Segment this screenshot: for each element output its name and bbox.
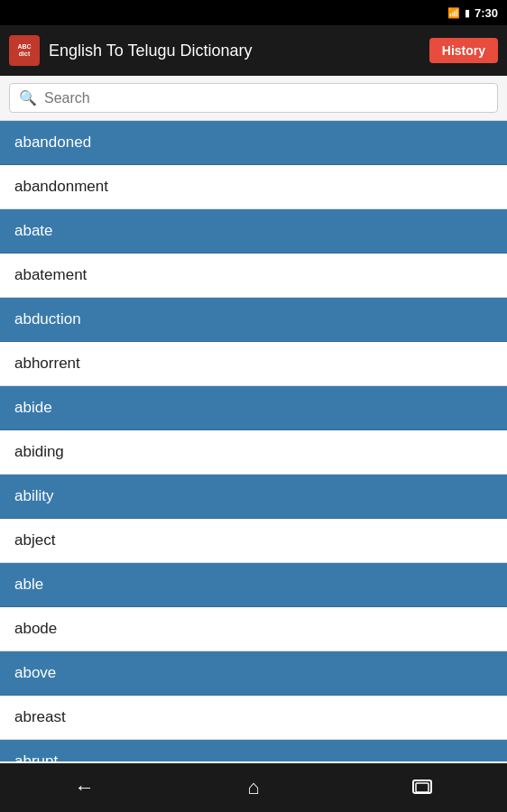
list-item[interactable]: abrupt <box>0 740 507 761</box>
recent-button[interactable] <box>395 770 449 806</box>
list-item[interactable]: abject <box>0 519 507 563</box>
search-wrapper: 🔍 <box>9 83 498 113</box>
home-button[interactable]: ⌂ <box>226 770 281 806</box>
list-item[interactable]: abhorrent <box>0 342 507 386</box>
history-button[interactable]: History <box>429 38 498 63</box>
app-icon-text-line1: ABC <box>17 43 31 51</box>
list-item[interactable]: abiding <box>0 430 507 475</box>
app-icon-text-line2: dict <box>19 51 30 58</box>
search-icon: 🔍 <box>19 89 37 106</box>
app-title: English To Telugu Dictionary <box>49 42 252 60</box>
bottom-nav: ← ⌂ <box>0 763 507 812</box>
list-item[interactable]: ability <box>0 475 507 519</box>
search-bar: 🔍 <box>0 76 507 121</box>
list-item[interactable]: abode <box>0 607 507 651</box>
list-item[interactable]: abandoned <box>0 121 507 165</box>
list-item[interactable]: abreast <box>0 696 507 740</box>
status-bar: 📶 ▮ 7:30 <box>0 0 507 25</box>
svg-rect-1 <box>416 783 429 792</box>
search-input[interactable] <box>44 90 488 106</box>
list-item[interactable]: above <box>0 651 507 696</box>
list-item[interactable]: abide <box>0 386 507 430</box>
top-bar: ABC dict English To Telugu Dictionary Hi… <box>0 25 507 76</box>
list-item[interactable]: abduction <box>0 298 507 342</box>
battery-icon: ▮ <box>465 7 470 19</box>
status-time: 7:30 <box>475 6 498 20</box>
recent-icon <box>411 780 433 796</box>
list-item[interactable]: abate <box>0 209 507 254</box>
word-list: abandonedabandonmentabateabatementabduct… <box>0 121 507 761</box>
app-icon: ABC dict <box>9 35 40 66</box>
app-title-area: ABC dict English To Telugu Dictionary <box>9 35 252 66</box>
back-button[interactable]: ← <box>58 770 112 806</box>
list-item[interactable]: able <box>0 563 507 607</box>
list-item[interactable]: abatement <box>0 254 507 298</box>
status-icons: 📶 ▮ 7:30 <box>447 6 498 20</box>
wifi-icon: 📶 <box>447 7 460 19</box>
list-item[interactable]: abandonment <box>0 165 507 209</box>
